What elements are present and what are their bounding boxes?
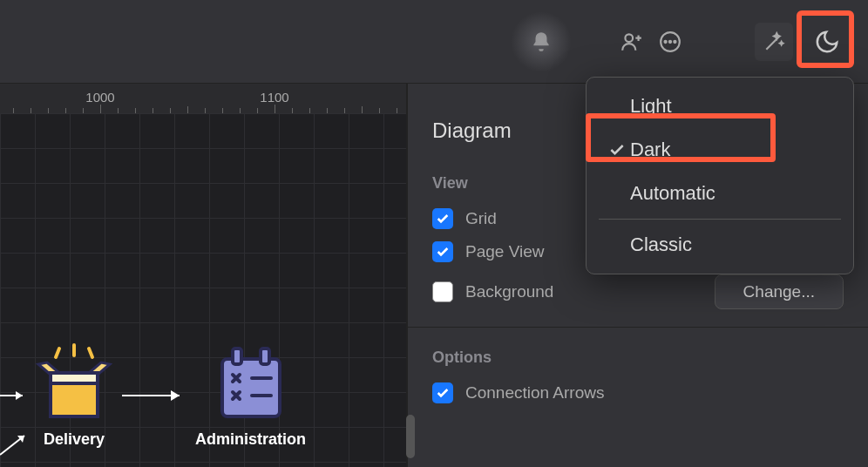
panel-divider [408,327,868,328]
add-user-button[interactable] [617,27,647,57]
svg-marker-10 [171,390,180,401]
background-row: Background Change... [432,274,844,309]
node-delivery[interactable]: Delivery [35,343,113,449]
moon-icon [814,29,840,55]
theme-option-classic[interactable]: Classic [587,223,853,267]
checkbox-page-view[interactable] [432,241,453,262]
ruler-label: 1100 [260,90,288,105]
svg-rect-17 [233,349,241,364]
svg-marker-6 [17,436,24,443]
more-button[interactable] [655,27,685,57]
scrollbar-thumb[interactable] [406,415,415,458]
node-label: Delivery [44,430,105,449]
theme-toggle-button[interactable] [802,17,852,66]
svg-marker-8 [16,391,23,400]
checkbox-grid[interactable] [432,208,453,229]
svg-point-4 [674,40,675,42]
page-view-label: Page View [465,242,545,261]
arrow-connector [122,387,192,404]
menu-divider [599,219,841,220]
change-background-button[interactable]: Change... [715,274,844,309]
node-label: Administration [195,430,306,449]
theme-label: Dark [630,139,670,161]
svg-rect-16 [222,359,280,416]
svg-rect-15 [51,373,98,383]
theme-option-light[interactable]: Light [587,85,853,128]
arrow-connector [0,423,35,458]
arrow-connector [0,387,31,404]
svg-rect-18 [261,349,269,364]
theme-option-dark[interactable]: Dark [587,128,853,172]
theme-label: Automatic [630,182,715,205]
checklist-icon [212,343,290,423]
checkbox-background[interactable] [432,281,453,302]
svg-point-3 [669,40,671,42]
svg-line-11 [56,349,59,357]
check-icon [604,141,630,159]
svg-point-0 [625,34,633,42]
grid-label: Grid [465,209,497,228]
background-label: Background [465,282,553,301]
person-add-icon [620,30,643,53]
top-toolbar [0,0,868,84]
ruler-label: 1000 [85,90,114,105]
notifications-button[interactable] [526,27,556,57]
theme-label: Light [630,95,672,118]
svg-point-2 [665,40,667,42]
diagram-canvas[interactable]: 1000 1100 [0,84,406,467]
section-header-options: Options [432,349,844,367]
connection-arrows-row[interactable]: Connection Arrows [432,382,844,403]
magic-wand-icon [763,30,785,53]
magic-wand-button[interactable] [755,23,793,61]
theme-option-automatic[interactable]: Automatic [587,172,853,215]
svg-line-13 [89,349,92,357]
box-open-icon [35,343,113,423]
theme-menu: Light Dark Automatic Classic [586,77,854,274]
checkbox-connection-arrows[interactable] [432,382,453,403]
node-administration[interactable]: Administration [195,343,306,449]
more-icon [659,30,682,53]
connection-arrows-label: Connection Arrows [465,383,604,403]
horizontal-ruler: 1000 1100 [0,84,406,113]
theme-label: Classic [630,234,692,256]
